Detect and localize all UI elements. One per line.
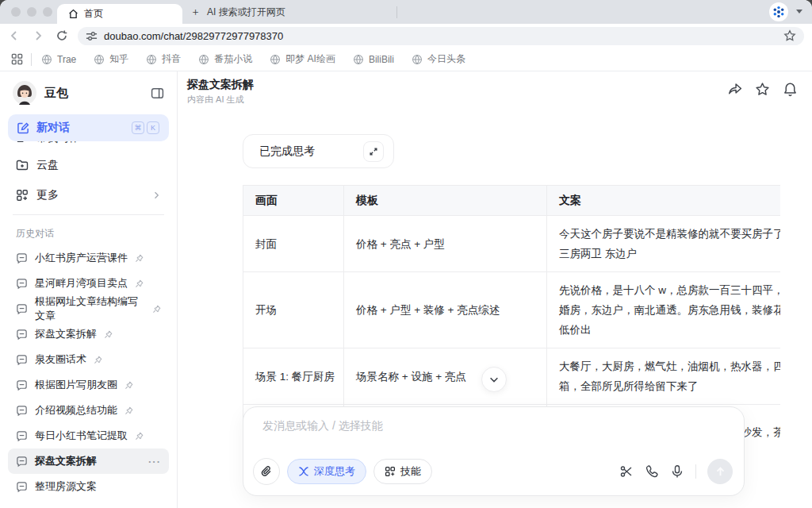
bookmark-item[interactable]: 今日头条 [412,52,465,66]
table-cell: 先说价格，是十八个 w，总房款一百三十四平，新 婚房，东边户，南北通透。房东急用… [547,272,781,348]
bookmark-item[interactable]: Trae [41,54,76,65]
sidebar-collapse-icon[interactable] [151,87,164,100]
reload-button[interactable] [52,26,71,45]
profile-dots-icon [772,5,786,19]
bookmark-star-icon[interactable] [783,29,796,42]
voice-call-icon[interactable] [645,464,659,479]
notification-bell-icon[interactable] [783,82,798,97]
url-text: doubao.com/chat/29829772977978370 [104,30,783,42]
chevron-right-icon [151,190,161,200]
microphone-icon[interactable] [670,464,684,479]
pin-icon [124,406,133,415]
composer-placeholder[interactable]: 发消息或输入 / 选择技能 [262,419,383,433]
history-chat-item[interactable]: 每日小红书笔记提取 [8,423,169,448]
history-chat-item[interactable]: 探盘文案拆解 [8,321,169,347]
table-cell: 价格 + 亮点 + 户型 [344,216,547,272]
pin-icon [152,305,161,314]
chevron-down-icon [488,374,500,385]
tab-new-label: AI 搜索或打开网页 [207,6,285,19]
site-settings-icon[interactable] [86,30,98,42]
chat-bubble-icon [16,278,28,290]
pin-icon [135,279,144,288]
history-chat-item[interactable]: 根据网址文章结构编写文章 [8,296,169,321]
history-chat-label: 泉友圈话术 [35,352,86,367]
cloud-drive-label: 云盘 [36,158,161,172]
thinking-finished-label: 已完成思考 [259,144,363,159]
new-chat-icon [17,122,29,134]
history-chat-label: 星河畔月湾项目卖点 [35,276,128,291]
close-window-button[interactable] [11,7,21,17]
bookmark-item[interactable]: 即梦 AI绘画 [270,52,335,66]
app-name: 豆包 [44,86,143,101]
sidebar: 豆包 新对话 ⌘K 帮我写作 [0,71,178,508]
tab-separator [396,6,397,18]
url-input[interactable]: doubao.com/chat/29829772977978370 [78,27,804,45]
arrow-up-icon [714,466,726,478]
window-controls[interactable] [11,7,52,17]
doubao-avatar[interactable] [13,81,36,105]
more-grid-icon [16,189,29,202]
history-chat-item[interactable]: 整理房源文案 [8,474,169,499]
scrolled-sidebar-item[interactable]: 帮我写作 [0,141,177,150]
shortcut-key-badge: ⌘ [132,121,144,134]
history-chat-item[interactable]: 泉友圈话术 [8,347,169,372]
table-cell: 价格 + 户型 + 装修 + 亮点综述 [344,272,547,348]
ai-generated-note: 内容由 AI 生成 [187,94,244,106]
sidebar-item-more[interactable]: 更多 [0,180,177,210]
table-header-cell: 文案 [547,186,781,216]
history-chat-item[interactable]: 探盘文案拆解··· [8,448,169,474]
history-more-icon[interactable]: ··· [148,456,161,468]
globe-favicon-icon [41,54,52,65]
profile-menu-caret-icon[interactable] [796,10,802,13]
pin-icon [135,432,144,441]
table-header-cell: 模板 [344,186,547,216]
tab-home-label: 首页 [84,7,103,21]
table-header-cell: 画面 [243,186,344,216]
minimize-window-button[interactable] [27,7,36,17]
attach-file-button[interactable] [253,458,280,485]
apps-grid-icon[interactable] [11,53,23,65]
new-chat-button[interactable]: 新对话 ⌘K [8,114,169,141]
new-chat-label: 新对话 [36,121,122,135]
skills-button[interactable]: 技能 [373,459,432,484]
toolbar-divider [695,464,696,479]
share-icon[interactable] [727,82,742,97]
screenshot-scissors-icon[interactable] [619,464,634,479]
zoom-window-button[interactable] [43,7,52,17]
deep-think-toggle[interactable]: 深度思考 [287,459,366,484]
history-chat-item[interactable]: 小红书房产运营课件 [8,245,169,271]
sidebar-item-cloud-drive[interactable]: 云盘 [0,150,177,180]
skills-grid-icon [385,466,396,477]
bookmark-item[interactable]: 知乎 [94,52,128,66]
tab-new[interactable]: ＋ AI 搜索或打开网页 [190,0,285,24]
history-chat-label: 整理房源文案 [35,479,97,494]
browser-profile-avatar[interactable] [769,2,788,21]
message-composer[interactable]: 发消息或输入 / 选择技能 深度思考 技能 [243,406,745,496]
history-chat-item[interactable]: 根据图片写朋友圈 [8,372,169,398]
bookmark-item[interactable]: BiliBili [353,54,394,65]
back-button[interactable] [5,26,24,45]
globe-favicon-icon [353,54,364,65]
history-chat-item[interactable]: 介绍视频总结功能 [8,398,169,423]
collapse-message-button[interactable] [481,367,507,392]
table-cell: 封面 [243,216,344,272]
favorite-star-icon[interactable] [755,82,770,97]
bookmark-item[interactable]: 抖音 [146,52,181,66]
chat-bubble-icon [16,354,28,366]
globe-favicon-icon [94,54,105,65]
history-chat-item[interactable]: 星河畔月湾项目卖点 [8,271,169,296]
bookmark-item[interactable]: 番茄小说 [198,52,252,66]
expand-thinking-button[interactable] [363,141,384,162]
chat-bubble-icon [16,430,28,442]
tab-home[interactable]: 首页 [57,4,182,24]
forward-button[interactable] [29,26,48,45]
deep-think-label: 深度思考 [314,464,355,479]
chat-bubble-icon [16,405,28,417]
history-chat-label: 根据图片写朋友圈 [35,378,117,392]
pin-icon [135,254,144,263]
send-button[interactable] [707,459,733,484]
chat-title: 探盘文案拆解 [187,78,254,92]
sidebar-header: 豆包 [0,71,177,114]
paperclip-icon [260,465,273,478]
thinking-finished-card[interactable]: 已完成思考 [243,134,394,168]
